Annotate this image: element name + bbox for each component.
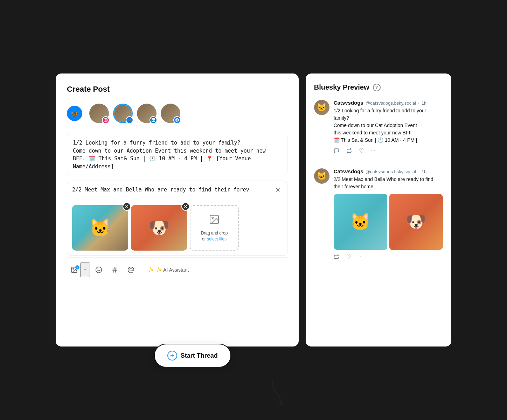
preview-title-row: Bluesky Preview ? [314,83,443,91]
cat-image-thumb: ✕ [72,205,128,251]
image-button[interactable]: 2 [67,262,82,277]
preview-avatar-cat-1: 🐱 [314,100,329,115]
bluesky-preview-panel: Bluesky Preview ? 🐱 Catsvsdogs @catsvsdo… [306,74,451,346]
start-thread-plus-icon: + [167,351,177,360]
preview-avatar-2: 🐱 [314,168,329,184]
preview-tweet-1: 🐱 Catsvsdogs @catsvsdogs.bsky.social · 1… [314,100,443,161]
cat-image [72,205,128,251]
bluesky-active-icon: 🦋 [67,106,82,121]
drop-zone-text: Drag and drop or select files [201,230,228,242]
preview-dog-image: 🐶 [389,194,443,250]
svg-point-11 [130,269,132,271]
butterfly-icon: 🦋 [70,109,79,118]
toolbar: 2 [67,257,287,284]
image-dropdown-button[interactable] [80,262,90,277]
preview-avatar-1: 🐱 [314,100,329,115]
tweet2-retweet[interactable] [334,254,339,260]
preview-cat-img-inner: 🐱 [334,194,387,250]
remove-dog-button[interactable]: ✕ [181,202,190,211]
bluesky-account[interactable]: 🦋 [113,104,133,123]
linkedin-account[interactable] [137,104,157,123]
preview-header-1: Catsvsdogs @catsvsdogs.bsky.social · 1h [334,100,443,106]
tweet2-handle: @catsvsdogs.bsky.social [366,169,416,174]
preview-dog-img-inner: 🐶 [389,194,443,250]
ai-assistant-button[interactable]: ✨ ✨ AI Assistant [143,264,194,275]
post2-container: 2/2 Meet Max and Bella Who are ready to … [67,181,287,256]
tweet2-actions: ♡ ··· [334,253,443,260]
tweet1-name: Catsvsdogs [334,100,363,106]
accounts-row: 🦋 🦋 [67,104,287,123]
instagram-account[interactable] [89,104,109,123]
tweet1-reply[interactable] [334,148,339,154]
facebook-badge [173,116,181,124]
hashtag-button[interactable] [107,262,122,277]
start-thread-label: Start Thread [181,352,218,359]
preview-header-2: Catsvsdogs @catsvsdogs.bsky.social · 1h [334,168,443,174]
start-thread-button[interactable]: + Start Thread [154,344,231,368]
preview-tweet-2: 🐱 Catsvsdogs @catsvsdogs.bsky.social · 1… [314,168,443,267]
tweet2-dot: · [418,169,419,174]
preview-content-2: Catsvsdogs @catsvsdogs.bsky.social · 1h … [334,168,443,260]
bluesky-badge: 🦋 [126,116,133,124]
tweet1-more[interactable]: ··· [371,148,375,154]
preview-title: Bluesky Preview [314,83,369,91]
dog-image-thumb: ✕ [131,205,187,251]
thread-arrow [262,380,283,410]
create-post-panel: Create Post 🦋 [56,74,299,346]
tweet2-more[interactable]: ··· [358,254,363,260]
tweet1-time: 1h [422,100,426,106]
tweet1-handle: @catsvsdogs.bsky.social [366,100,416,106]
image-upload-icon [209,214,220,227]
ai-btn-label: ✨ AI Assistant [156,267,189,273]
image-count-badge: 2 [75,265,79,270]
help-button[interactable]: ? [373,84,381,91]
dog-image-inner [131,205,187,251]
preview-content-1: Catsvsdogs @catsvsdogs.bsky.social · 1h … [334,100,443,154]
remove-cat-button[interactable]: ✕ [123,202,131,211]
sparkle-icon: ✨ [148,267,154,273]
svg-point-4 [96,267,102,273]
tweet2-like[interactable]: ♡ [346,253,351,260]
mention-button[interactable] [124,262,138,277]
select-files-link[interactable]: select files [207,237,227,241]
tweet1-dot: · [418,100,419,106]
preview-images: 🐱 🐶 [334,194,443,250]
tweet2-text: 2/2 Meet Max and Bella Who are ready to … [334,176,443,190]
create-post-title: Create Post [67,85,287,94]
images-row: ✕ ✕ [67,202,287,255]
tweet1-retweet[interactable] [346,148,352,154]
preview-cat-image: 🐱 [334,194,387,250]
post2-textarea[interactable]: 2/2 Meet Max and Bella Who are ready to … [72,186,282,202]
tweet1-actions: ♡ ··· [334,147,443,154]
file-drop-zone[interactable]: Drag and drop or select files [190,205,239,251]
tweet2-time: 1h [422,169,426,174]
linkedin-badge [150,116,157,124]
post2-close-button[interactable]: ✕ [273,185,283,195]
post1-textarea[interactable]: 1/2 Looking for a furry friend to add to… [67,133,287,175]
facebook-account[interactable] [161,104,180,123]
emoji-button[interactable] [91,262,106,277]
tweet1-text: 1/2 Looking for a furry friend to add to… [334,107,443,144]
instagram-badge [102,116,110,124]
svg-line-9 [114,267,114,273]
dog-image [131,205,187,251]
tweet1-like[interactable]: ♡ [359,147,364,154]
tweet2-name: Catsvsdogs [334,168,363,174]
svg-point-1 [212,217,213,218]
cat-image-inner [72,205,128,251]
preview-avatar-cat-2: 🐱 [314,168,329,184]
svg-line-10 [116,267,116,273]
post2-header: 2/2 Meet Max and Bella Who are ready to … [67,181,287,202]
svg-point-3 [73,268,74,270]
